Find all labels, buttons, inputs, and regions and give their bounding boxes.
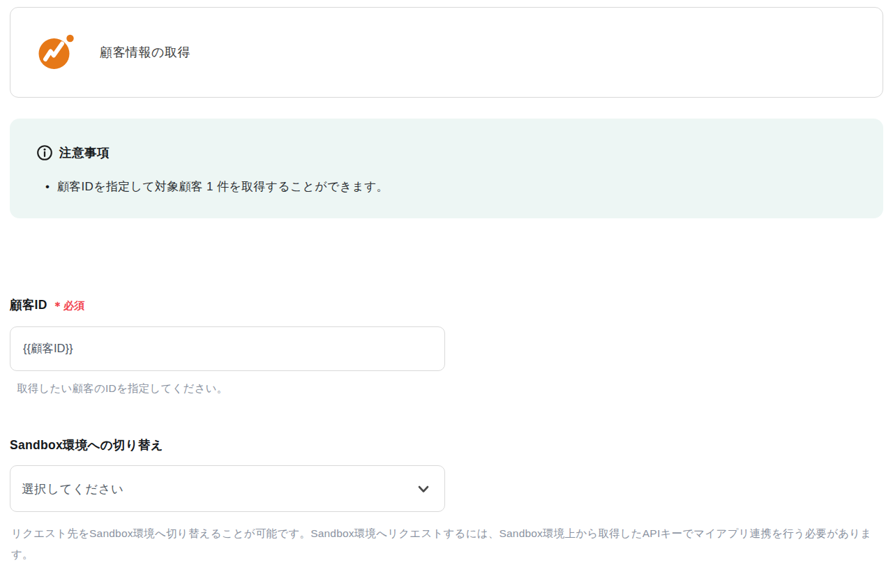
sandbox-helper: リクエスト先をSandbox環境へ切り替えることが可能です。Sandbox環境へ… (11, 523, 882, 565)
page: 顧客情報の取得 注意事項 顧客IDを指定して対象顧客 1 件を取得することができ… (0, 0, 893, 565)
customer-id-helper: 取得したい顧客のIDを指定してください。 (17, 382, 883, 396)
sandbox-field-group: Sandbox環境への切り替え 選択してください リクエスト先をSandbox環… (10, 437, 883, 565)
app-header-card: 顧客情報の取得 (10, 7, 883, 98)
notice-heading: 注意事項 (36, 144, 855, 161)
notice-list: 顧客IDを指定して対象顧客 1 件を取得することができます。 (45, 178, 855, 196)
form-section: 顧客ID＊必須 取得したい顧客のIDを指定してください。 Sandbox環境への… (10, 296, 883, 565)
required-badge-text: 必須 (63, 299, 85, 311)
notice-list-item: 顧客IDを指定して対象顧客 1 件を取得することができます。 (45, 178, 855, 196)
page-title: 顧客情報の取得 (100, 44, 190, 61)
customer-id-label: 顧客ID＊必須 (10, 296, 883, 314)
customer-id-input[interactable] (10, 326, 445, 371)
notice-box: 注意事項 顧客IDを指定して対象顧客 1 件を取得することができます。 (10, 119, 883, 218)
money-forward-logo-icon (38, 33, 75, 71)
sandbox-select-value: 選択してください (22, 481, 123, 497)
required-asterisk-icon: ＊ (52, 300, 63, 312)
customer-id-label-text: 顧客ID (10, 298, 47, 312)
sandbox-label: Sandbox環境への切り替え (10, 437, 883, 453)
sandbox-select[interactable]: 選択してください (10, 465, 445, 512)
required-badge: ＊必須 (52, 299, 85, 311)
chevron-down-icon (416, 481, 431, 497)
notice-heading-label: 注意事項 (59, 144, 110, 161)
info-icon (36, 144, 53, 161)
